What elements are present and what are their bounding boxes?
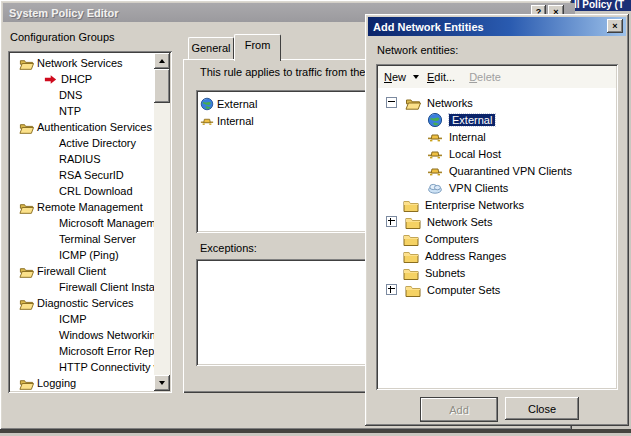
tree-item[interactable]: Diagnostic Services: [10, 295, 154, 311]
delete-label: D: [469, 71, 477, 83]
open-folder-icon: [19, 376, 34, 391]
tree-item[interactable]: Windows Networking: [10, 327, 154, 343]
tree-item-label: Logging: [37, 377, 76, 389]
cloud-icon: [427, 180, 443, 196]
tree-item[interactable]: Authentication Services: [10, 119, 154, 135]
tree-item[interactable]: Computer Sets: [378, 281, 616, 298]
tree-item[interactable]: Firewall Client Install: [10, 279, 154, 295]
network-connector-icon: [427, 129, 443, 145]
background-window-titlebar: ll Policy (T: [571, 0, 631, 11]
tree-item[interactable]: ICMP (Ping): [10, 247, 154, 263]
tree-item[interactable]: CRL Download: [10, 183, 154, 199]
folder-icon: [405, 282, 421, 298]
tree-item[interactable]: Terminal Server: [10, 231, 154, 247]
chevron-down-icon[interactable]: [413, 75, 419, 79]
tree-item[interactable]: DNS: [10, 87, 154, 103]
tree-item-label: Firewall Client Install: [59, 281, 154, 293]
tree-item-label: DNS: [59, 89, 82, 101]
new-menu-label: N: [384, 71, 392, 83]
tree-item-label: Remote Management: [37, 201, 143, 213]
tree-item[interactable]: Enterprise Networks: [378, 196, 616, 213]
open-folder-icon: [405, 95, 421, 111]
tree-item[interactable]: Active Directory: [10, 135, 154, 151]
list-item-label: External: [217, 98, 257, 110]
collapse-icon[interactable]: [386, 97, 397, 108]
tree-item[interactable]: ICMP: [10, 311, 154, 327]
tree-item[interactable]: Network Services: [10, 55, 154, 71]
tree-item-label: Computers: [425, 233, 479, 245]
tree-item[interactable]: Internal: [378, 128, 616, 145]
folder-icon: [403, 265, 419, 281]
add-button[interactable]: Add: [420, 397, 498, 422]
tree-item[interactable]: Networks: [378, 94, 616, 111]
tree-item[interactable]: Address Ranges: [378, 247, 616, 264]
tree-item-label: CRL Download: [59, 185, 133, 197]
expand-icon[interactable]: [386, 284, 397, 295]
add-dialog-titlebar[interactable]: Add Network Entities: [368, 17, 626, 36]
network-entities-label: Network entities:: [377, 44, 458, 56]
tree-item-label: Active Directory: [59, 137, 136, 149]
tree-item[interactable]: DHCP: [10, 71, 154, 87]
edit-label-rest: dit...: [434, 71, 455, 83]
configuration-groups-label: Configuration Groups: [10, 31, 115, 43]
tree-item[interactable]: RSA SecurID: [10, 167, 154, 183]
configuration-groups-tree[interactable]: Network Services DHCP DNS NTP Authentica…: [8, 51, 172, 393]
spe-window-title: System Policy Editor: [9, 7, 118, 19]
tree-item-label: Enterprise Networks: [425, 199, 524, 211]
tree-item-label: VPN Clients: [449, 182, 508, 194]
tree-item[interactable]: External: [378, 111, 616, 128]
scroll-up-button[interactable]: [154, 53, 170, 69]
add-dialog-title: Add Network Entities: [373, 21, 484, 33]
open-folder-icon: [19, 200, 34, 215]
tree-item[interactable]: VPN Clients: [378, 179, 616, 196]
entities-panel: New Edit... Delete Networks Ext: [376, 64, 618, 390]
globe-icon: [200, 97, 214, 111]
tree-item-label: Terminal Server: [59, 233, 136, 245]
tab-label: From: [245, 39, 271, 51]
network-connector-icon: [427, 163, 443, 179]
arrow-up-icon: [159, 59, 165, 63]
entities-tree[interactable]: Networks External Internal Local Host Qu…: [378, 88, 616, 388]
tree-item[interactable]: Network Sets: [378, 213, 616, 230]
edit-button[interactable]: Edit...: [427, 71, 455, 83]
folder-icon: [403, 197, 419, 213]
tree-item[interactable]: Local Host: [378, 145, 616, 162]
tree-item-label: Computer Sets: [427, 284, 500, 296]
tree-scrollbar[interactable]: [154, 53, 170, 391]
tree-item[interactable]: Microsoft Manageme: [10, 215, 154, 231]
exceptions-label: Exceptions:: [200, 242, 257, 254]
tree-item-label: Diagnostic Services: [37, 297, 134, 309]
tree-item[interactable]: Remote Management: [10, 199, 154, 215]
delete-button[interactable]: Delete: [469, 71, 501, 83]
tree-item-label: Internal: [449, 131, 486, 143]
tree-item[interactable]: NTP: [10, 103, 154, 119]
tree-item[interactable]: Computers: [378, 230, 616, 247]
tree-item[interactable]: Microsoft Error Repo: [10, 343, 154, 359]
screen: ll Policy (T System Policy Editor ? × Co…: [0, 0, 631, 436]
add-network-entities-dialog: Add Network Entities × Network entities:…: [365, 14, 629, 426]
tree-item[interactable]: Subnets: [378, 264, 616, 281]
tree-item-label: Microsoft Error Repo: [59, 345, 154, 357]
tree-item[interactable]: HTTP Connectivity ve: [10, 359, 154, 375]
add-button-label: Add: [449, 404, 469, 416]
close-button-label: Close: [528, 403, 556, 415]
scroll-down-button[interactable]: [154, 375, 170, 391]
tree-item[interactable]: RADIUS: [10, 151, 154, 167]
folder-icon: [405, 214, 421, 230]
add-dialog-close-button[interactable]: ×: [607, 19, 623, 33]
tree-item-label: Firewall Client: [37, 265, 106, 277]
scrollbar-thumb[interactable]: [154, 69, 170, 103]
tab-general[interactable]: General: [188, 37, 234, 60]
background-window-title: ll Policy (T: [574, 0, 624, 10]
tree-item-label: Local Host: [449, 148, 501, 160]
expand-icon[interactable]: [386, 216, 397, 227]
tree-item[interactable]: Logging: [10, 375, 154, 391]
tree-item-label: NTP: [59, 105, 81, 117]
tree-item[interactable]: Quarantined VPN Clients: [378, 162, 616, 179]
close-button[interactable]: Close: [505, 397, 579, 420]
tab-from[interactable]: From: [234, 34, 281, 61]
tree-item[interactable]: Firewall Client: [10, 263, 154, 279]
new-menu-button[interactable]: New: [384, 71, 406, 83]
open-folder-icon: [19, 56, 34, 71]
close-icon: ×: [612, 21, 617, 31]
